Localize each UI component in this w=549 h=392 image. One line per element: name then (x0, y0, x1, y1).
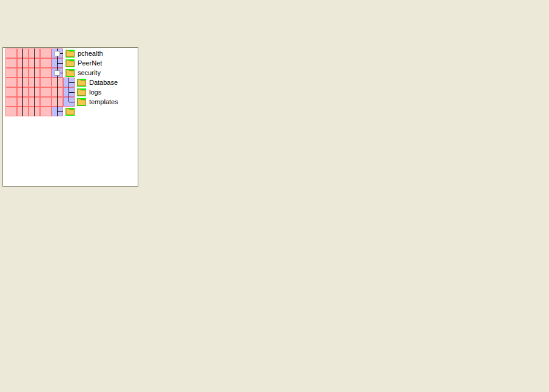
tree-guide (17, 97, 29, 107)
tree-item[interactable]: PeerNet (5, 58, 127, 68)
folder-icon (77, 88, 86, 96)
debug-window: pchealthPeerNetsecurityDatabaselogstempl… (0, 0, 549, 392)
tree-item-label: templates (88, 98, 120, 106)
tree-item[interactable] (5, 107, 127, 116)
tree-guide (29, 58, 40, 68)
tree-guide (52, 97, 63, 107)
tree-guide (40, 48, 52, 58)
tree-guide (5, 48, 17, 58)
tree-guide (17, 68, 29, 78)
folder-icon (66, 59, 75, 67)
tree-guide (17, 107, 29, 116)
tree-item-label: security (76, 68, 102, 77)
tree-guide (40, 78, 52, 87)
expander-icon[interactable] (55, 51, 60, 56)
tree-guide (5, 87, 17, 97)
explorer-tree-panel: pchealthPeerNetsecurityDatabaselogstempl… (2, 47, 138, 187)
tree-item-label: Database (88, 78, 119, 87)
folder-icon (66, 108, 75, 116)
tree-content: pchealthPeerNetsecurityDatabaselogstempl… (3, 48, 127, 176)
folder-icon (77, 79, 86, 87)
tree-guide (40, 87, 52, 97)
tree-guide (52, 87, 63, 97)
tree-guide (5, 68, 17, 78)
tree-guide (17, 58, 29, 68)
tree-item-label: pchealth (76, 49, 104, 58)
tree-guide (5, 78, 17, 87)
tree-guide (17, 78, 29, 87)
tree-guide (29, 107, 40, 116)
tree-item[interactable]: templates (5, 97, 127, 107)
tree-guide (40, 58, 52, 68)
tree-guide (5, 107, 17, 116)
tree-item[interactable]: security (5, 68, 127, 78)
tree-connector (52, 58, 63, 68)
tree-guide (29, 68, 40, 78)
tree-item[interactable]: logs (5, 87, 127, 97)
tree-item-label (76, 111, 79, 112)
tree-guide (17, 87, 29, 97)
tree-connector (63, 97, 75, 107)
tree-guide (52, 78, 63, 87)
tree-item[interactable]: Database (5, 78, 127, 87)
expander-icon[interactable] (55, 70, 60, 76)
folder-icon (66, 69, 75, 77)
folder-icon (77, 98, 86, 106)
tree-guide (5, 97, 17, 107)
tree-connector (63, 87, 75, 97)
tree-guide (40, 107, 52, 116)
tree-guide (5, 58, 17, 68)
tree-guide (29, 97, 40, 107)
tree-guide (40, 97, 52, 107)
tree-guide (29, 78, 40, 87)
tree-connector (52, 68, 63, 78)
tree-item-label: logs (88, 88, 103, 96)
tree-connector (63, 78, 75, 87)
tree-guide (29, 48, 40, 58)
tree-item[interactable]: pchealth (5, 48, 127, 58)
folder-icon (66, 50, 75, 58)
tree-guide (40, 68, 52, 78)
tree-guide (17, 48, 29, 58)
tree-guide (29, 87, 40, 97)
tree-connector (52, 48, 63, 58)
tree-connector (52, 107, 63, 116)
tree-item-label: PeerNet (76, 59, 103, 67)
